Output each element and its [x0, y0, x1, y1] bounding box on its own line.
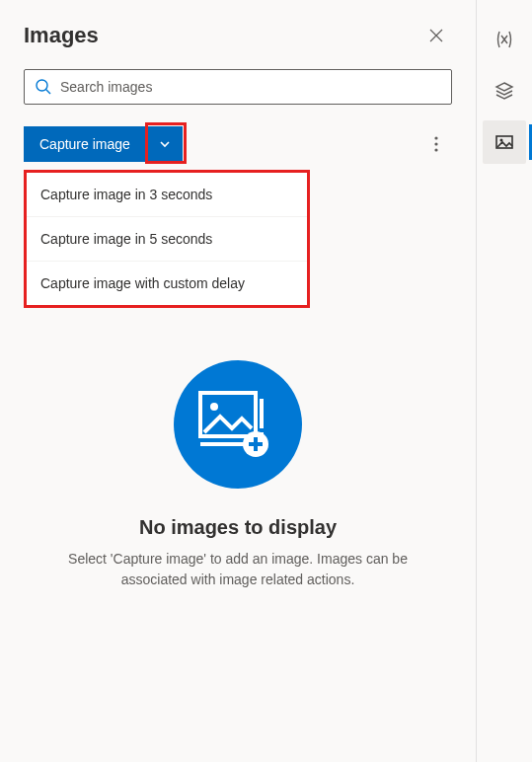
- capture-dropdown-button[interactable]: [147, 126, 183, 162]
- empty-state-icon: [174, 360, 302, 489]
- svg-rect-12: [249, 442, 263, 446]
- rail-images-button[interactable]: [483, 120, 526, 164]
- image-placeholder-icon: [198, 391, 277, 458]
- images-icon: [494, 131, 515, 153]
- capture-image-button[interactable]: Capture image: [24, 126, 146, 162]
- dropdown-item-5-seconds[interactable]: Capture image in 5 seconds: [27, 217, 307, 262]
- close-icon: [429, 29, 443, 42]
- empty-state-title: No images to display: [139, 516, 337, 539]
- svg-line-1: [46, 90, 50, 94]
- empty-state-description: Select 'Capture image' to add an image. …: [53, 549, 422, 590]
- svg-point-3: [434, 142, 437, 145]
- panel-header: Images: [24, 20, 452, 51]
- svg-point-2: [434, 136, 437, 139]
- svg-point-0: [37, 80, 47, 91]
- capture-split-button: Capture image: [24, 126, 183, 162]
- images-panel: Images Capture image Capture image in 3 …: [0, 0, 477, 762]
- svg-rect-7: [260, 399, 264, 428]
- dropdown-item-3-seconds[interactable]: Capture image in 3 seconds: [27, 173, 307, 217]
- layers-icon: [494, 80, 515, 102]
- page-title: Images: [24, 23, 99, 48]
- svg-point-4: [434, 148, 437, 151]
- rail-variables-button[interactable]: [483, 18, 526, 61]
- variables-icon: [494, 29, 515, 50]
- toolbar: Capture image Capture image in 3 seconds…: [24, 126, 452, 162]
- close-button[interactable]: [420, 20, 452, 51]
- rail-layers-button[interactable]: [483, 69, 526, 113]
- dropdown-item-custom-delay[interactable]: Capture image with custom delay: [27, 262, 307, 305]
- more-options-button[interactable]: [420, 128, 452, 160]
- search-input[interactable]: [60, 79, 441, 95]
- svg-point-6: [210, 403, 218, 411]
- right-rail: [477, 0, 532, 762]
- more-vertical-icon: [434, 136, 438, 152]
- chevron-down-icon: [158, 137, 172, 151]
- search-box[interactable]: [24, 69, 452, 105]
- search-icon: [35, 78, 52, 96]
- capture-dropdown-menu: Capture image in 3 seconds Capture image…: [24, 170, 310, 308]
